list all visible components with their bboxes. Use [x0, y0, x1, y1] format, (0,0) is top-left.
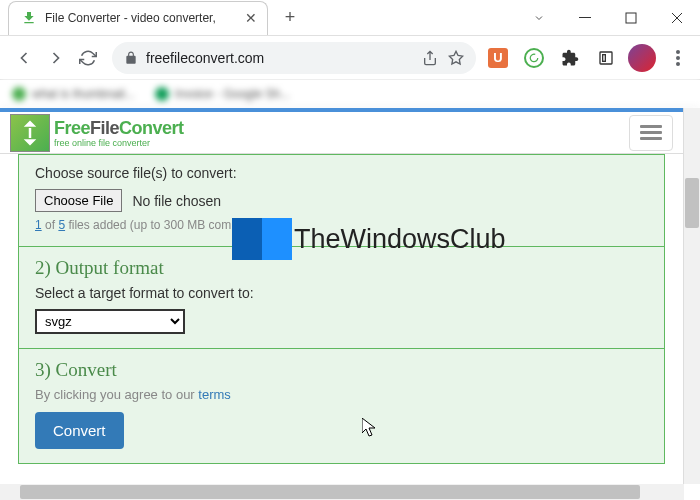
- minimize-button[interactable]: [562, 2, 608, 34]
- bookmark-item[interactable]: Invoice - Google Sh...: [155, 87, 290, 101]
- terms-text: By clicking you agree to our terms: [35, 387, 648, 402]
- extension-u-icon[interactable]: U: [484, 44, 512, 72]
- step-2-output: 2) Output format Select a target format …: [19, 246, 664, 348]
- cursor-icon: [362, 418, 378, 438]
- browser-tab[interactable]: File Converter - video converter, ✕: [8, 1, 268, 35]
- step-3-title: 3) Convert: [35, 359, 648, 381]
- svg-point-4: [676, 50, 680, 54]
- url-text: freefileconvert.com: [146, 50, 264, 66]
- address-bar: freefileconvert.com U: [0, 36, 700, 80]
- back-button[interactable]: [8, 42, 40, 74]
- format-select[interactable]: svgz: [35, 309, 185, 334]
- terms-link[interactable]: terms: [198, 387, 231, 402]
- file-status-text: No file chosen: [132, 193, 221, 209]
- page-content: FreeFileConvert free online file convert…: [0, 108, 684, 484]
- lock-icon: [124, 51, 138, 65]
- converter-panel: Choose source file(s) to convert: Choose…: [18, 154, 665, 464]
- forward-button[interactable]: [40, 42, 72, 74]
- svg-point-6: [676, 62, 680, 66]
- logo-icon: [10, 114, 50, 152]
- share-icon[interactable]: [422, 50, 438, 66]
- tab-favicon-icon: [21, 10, 37, 26]
- watermark-text: TheWindowsClub: [294, 224, 506, 255]
- bookmarks-bar: what is thumbnail... Invoice - Google Sh…: [0, 80, 700, 108]
- choose-file-button[interactable]: Choose File: [35, 189, 122, 212]
- bookmark-star-icon[interactable]: [448, 50, 464, 66]
- reading-list-icon[interactable]: [592, 44, 620, 72]
- chevron-down-icon[interactable]: [516, 2, 562, 34]
- maximize-button[interactable]: [608, 2, 654, 34]
- step-1-label: Choose source file(s) to convert:: [35, 165, 648, 181]
- url-input[interactable]: freefileconvert.com: [112, 42, 476, 74]
- svg-rect-3: [603, 54, 606, 61]
- site-logo[interactable]: FreeFileConvert free online file convert…: [10, 114, 184, 152]
- new-tab-button[interactable]: +: [276, 4, 304, 32]
- step-2-label: Select a target format to convert to:: [35, 285, 648, 301]
- svg-rect-1: [626, 13, 636, 23]
- site-header: FreeFileConvert free online file convert…: [0, 108, 683, 154]
- svg-rect-0: [579, 17, 591, 18]
- browser-menu-icon[interactable]: [664, 44, 692, 72]
- close-tab-icon[interactable]: ✕: [243, 10, 259, 26]
- svg-point-5: [676, 56, 680, 60]
- files-current-link[interactable]: 1: [35, 218, 42, 232]
- tab-title: File Converter - video converter,: [45, 11, 243, 25]
- profile-avatar[interactable]: [628, 44, 656, 72]
- extension-grammarly-icon[interactable]: [520, 44, 548, 72]
- reload-button[interactable]: [72, 42, 104, 74]
- horizontal-scrollbar[interactable]: [0, 484, 684, 500]
- vertical-scrollbar-thumb[interactable]: [685, 178, 699, 228]
- step-3-convert: 3) Convert By clicking you agree to our …: [19, 348, 664, 463]
- extensions-icon[interactable]: [556, 44, 584, 72]
- logo-text: FreeFileConvert: [54, 118, 184, 139]
- files-max-link[interactable]: 5: [58, 218, 65, 232]
- browser-titlebar: File Converter - video converter, ✕ +: [0, 0, 700, 36]
- logo-subtitle: free online file converter: [54, 139, 184, 148]
- window-controls: [516, 2, 700, 34]
- hamburger-menu-icon[interactable]: [629, 115, 673, 151]
- horizontal-scrollbar-thumb[interactable]: [20, 485, 640, 499]
- watermark-icon: [232, 218, 292, 260]
- watermark: TheWindowsClub: [232, 218, 506, 260]
- step-2-title: 2) Output format: [35, 257, 648, 279]
- bookmark-item[interactable]: what is thumbnail...: [12, 87, 135, 101]
- convert-button[interactable]: Convert: [35, 412, 124, 449]
- vertical-scrollbar[interactable]: [684, 108, 700, 484]
- window-close-button[interactable]: [654, 2, 700, 34]
